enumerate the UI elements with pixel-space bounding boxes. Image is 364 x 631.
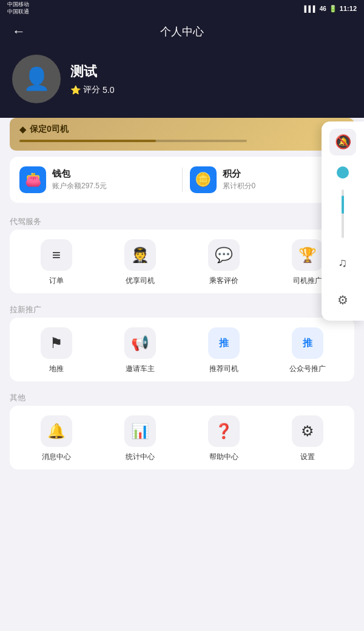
wallet-label: 钱包 [52, 168, 107, 180]
laxin-grid: ⚑ 地推 📢 邀请车主 推 推荐司机 推 公众号推广 [10, 318, 354, 381]
driver-label: 优享司机 [126, 276, 155, 286]
back-button[interactable]: ← [12, 24, 25, 39]
points-text: 积分 累计积分0 [223, 168, 256, 191]
message-icon: 🔔 [41, 415, 72, 447]
grid-item-ditui[interactable]: ⚑ 地推 [15, 327, 98, 374]
grid-item-stats[interactable]: 📊 统计中心 [98, 415, 182, 462]
music-button[interactable]: ♫ [329, 249, 356, 276]
help-icon: ❓ [208, 415, 240, 447]
bell-mute-icon: 🔕 [335, 134, 351, 150]
profile-rating: ⭐ 评分 5.0 [70, 84, 114, 95]
scroll-indicator-dot [337, 166, 349, 179]
status-right: ▌▌▌ 46 🔋 11:12 [304, 5, 357, 13]
wallet-item[interactable]: 👛 钱包 账户余额297.5元 [19, 166, 175, 193]
wallet-row: 👛 钱包 账户余额297.5元 🪙 积分 累计积分0 [19, 166, 345, 193]
grid-item-settings[interactable]: ⚙ 设置 [266, 415, 349, 462]
wechat-label: 公众号推广 [289, 364, 326, 374]
points-icon: 🪙 [190, 166, 217, 193]
star-icon: ⭐ [70, 85, 81, 95]
profile-section: 👤 测试 ⭐ 评分 5.0 [0, 49, 364, 118]
overlay-settings-button[interactable]: ⚙ [329, 287, 356, 313]
profile-name: 测试 [70, 63, 114, 81]
grid-item-recommend[interactable]: 推 推荐司机 [182, 327, 266, 374]
review-icon: 💬 [208, 239, 240, 271]
scroll-track [342, 189, 344, 238]
stats-label: 统计中心 [126, 452, 155, 462]
wechat-icon: 推 [292, 327, 323, 359]
wallet-text: 钱包 账户余额297.5元 [52, 168, 107, 191]
scroll-track-container [342, 189, 344, 238]
badge-title: ◆ 保定0司机 [19, 124, 345, 135]
ditui-icon: ⚑ [41, 327, 72, 359]
driver-icon: 🧑‍✈️ [124, 239, 156, 271]
grid-item-order[interactable]: ≡ 订单 [15, 239, 98, 286]
avatar[interactable]: 👤 [12, 55, 61, 103]
other-grid: 🔔 消息中心 📊 统计中心 ❓ 帮助中心 ⚙ 设置 [10, 406, 354, 469]
settings-label: 设置 [300, 452, 315, 462]
other-section-header: 其他 [0, 385, 364, 406]
points-balance: 累计积分0 [223, 181, 256, 191]
avatar-icon: 👤 [23, 66, 50, 92]
carrier-info: 中国移动 中国联通 [7, 1, 29, 15]
message-label: 消息中心 [42, 452, 71, 462]
grid-item-invite[interactable]: 📢 邀请车主 [98, 327, 182, 374]
other-section: 其他 🔔 消息中心 📊 统计中心 ❓ 帮助中心 ⚙ 设置 [0, 385, 364, 469]
recommend-icon: 推 [208, 327, 240, 359]
wallet-divider [182, 168, 183, 192]
wallet-card: 👛 钱包 账户余额297.5元 🪙 积分 累计积分0 [10, 157, 354, 203]
review-label: 乘客评价 [209, 276, 238, 286]
recommend-label: 推荐司机 [209, 364, 238, 374]
profile-info: 测试 ⭐ 评分 5.0 [70, 63, 114, 95]
overlay-panel: 🔕 ♫ ⚙ [322, 121, 364, 321]
laxin-section-header: 拉新推广 [0, 297, 364, 318]
ditui-label: 地推 [49, 364, 64, 374]
page-title: 个人中心 [160, 24, 204, 39]
progress-bar-fill [19, 140, 156, 142]
rating-value: 5.0 [103, 85, 114, 95]
status-bar: 中国移动 中国联通 ▌▌▌ 46 🔋 11:12 [0, 0, 364, 17]
daiji-grid: ≡ 订单 🧑‍✈️ 优享司机 💬 乘客评价 🏆 司机推广 [10, 230, 354, 293]
promotion-icon: 🏆 [292, 239, 323, 271]
invite-icon: 📢 [124, 327, 156, 359]
wallet-balance: 账户余额297.5元 [52, 181, 107, 191]
badge-strip: ◆ 保定0司机 [10, 118, 354, 151]
grid-item-review[interactable]: 💬 乘客评价 [182, 239, 266, 286]
signal-icon: ▌▌▌ [304, 5, 317, 12]
diamond-icon: ◆ [19, 124, 26, 134]
wallet-icon: 👛 [19, 166, 46, 193]
stats-icon: 📊 [124, 415, 156, 447]
battery-icon: 🔋 [329, 5, 337, 13]
grid-item-message[interactable]: 🔔 消息中心 [15, 415, 98, 462]
points-label: 积分 [223, 168, 256, 180]
time-display: 11:12 [340, 5, 357, 12]
scroll-thumb [342, 196, 344, 214]
overlay-settings-icon: ⚙ [337, 293, 348, 307]
order-label: 订单 [49, 276, 64, 286]
music-icon: ♫ [339, 256, 348, 270]
network-type: 46 [320, 5, 326, 12]
rating-label: 评分 [83, 84, 100, 95]
grid-item-help[interactable]: ❓ 帮助中心 [182, 415, 266, 462]
invite-label: 邀请车主 [126, 364, 155, 374]
progress-bar-bg [19, 140, 247, 142]
help-label: 帮助中心 [209, 452, 238, 462]
grid-item-driver[interactable]: 🧑‍✈️ 优享司机 [98, 239, 182, 286]
bell-mute-button[interactable]: 🔕 [329, 129, 356, 155]
promotion-label: 司机推广 [293, 276, 322, 286]
grid-item-wechat[interactable]: 推 公众号推广 [266, 327, 349, 374]
settings-icon: ⚙ [292, 415, 323, 447]
header: ← 个人中心 [0, 17, 364, 49]
daiji-section-header: 代驾服务 [0, 209, 364, 230]
order-icon: ≡ [41, 239, 72, 271]
